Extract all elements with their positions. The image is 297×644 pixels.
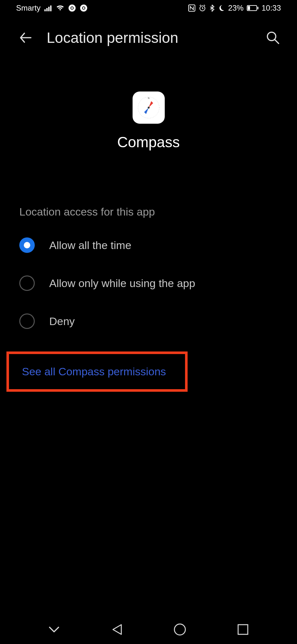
radio-option-allow-using[interactable]: Allow only while using the app xyxy=(19,275,278,291)
radio-label: Allow all the time xyxy=(49,239,131,252)
app-name: Compass xyxy=(117,133,180,151)
chrome-icon-2 xyxy=(80,4,88,12)
nav-collapse-button[interactable] xyxy=(46,621,62,638)
battery-percentage: 23% xyxy=(228,4,244,13)
wifi-icon xyxy=(56,5,64,11)
arrow-left-icon xyxy=(19,31,33,45)
radio-option-deny[interactable]: Deny xyxy=(19,313,278,329)
app-icon: N xyxy=(133,91,165,124)
app-info-section: N Compass xyxy=(0,91,297,151)
svg-rect-0 xyxy=(44,9,46,11)
radio-option-allow-all[interactable]: Allow all the time xyxy=(19,237,278,253)
signal-icon xyxy=(44,5,52,11)
nav-home-button[interactable] xyxy=(172,621,188,638)
svg-rect-3 xyxy=(50,5,51,11)
svg-text:N: N xyxy=(148,97,149,99)
radio-circle xyxy=(19,237,35,253)
status-right: 23% 10:33 xyxy=(188,4,281,13)
carrier-label: Smarty xyxy=(16,4,41,13)
status-left: Smarty xyxy=(16,4,88,13)
svg-point-21 xyxy=(174,624,185,635)
radio-label: Deny xyxy=(49,315,75,328)
status-bar: Smarty 23% 10:33 xyxy=(0,0,297,16)
link-row: See all Compass permissions xyxy=(19,351,278,392)
annotation-highlight: See all Compass permissions xyxy=(6,351,188,392)
nav-bar xyxy=(0,615,297,644)
svg-point-20 xyxy=(148,107,150,109)
header: Location permission xyxy=(0,16,297,59)
see-all-permissions-link[interactable]: See all Compass permissions xyxy=(22,365,166,378)
svg-point-9 xyxy=(83,7,85,9)
bluetooth-icon xyxy=(209,4,215,12)
chrome-icon-1 xyxy=(68,4,76,12)
page-title: Location permission xyxy=(47,29,252,46)
square-recent-icon xyxy=(237,624,248,635)
search-button[interactable] xyxy=(265,30,281,46)
radio-circle xyxy=(19,313,35,329)
circle-home-icon xyxy=(173,623,186,636)
battery-icon xyxy=(247,5,258,11)
svg-point-6 xyxy=(71,7,73,9)
moon-icon xyxy=(218,5,225,12)
nav-recent-button[interactable] xyxy=(235,621,251,638)
section-label: Location access for this app xyxy=(19,206,278,218)
svg-marker-18 xyxy=(149,101,153,108)
search-icon xyxy=(266,31,280,45)
svg-rect-14 xyxy=(257,7,258,9)
svg-rect-1 xyxy=(46,8,48,11)
triangle-back-icon xyxy=(112,623,123,636)
back-button[interactable] xyxy=(18,30,34,46)
radio-circle xyxy=(19,275,35,291)
svg-rect-2 xyxy=(48,7,50,11)
radio-label: Allow only while using the app xyxy=(49,277,195,290)
chevron-down-icon xyxy=(48,626,60,633)
alarm-icon xyxy=(199,4,206,12)
permission-section: Location access for this app Allow all t… xyxy=(0,206,297,392)
svg-rect-13 xyxy=(248,6,250,10)
compass-icon: N xyxy=(136,95,162,120)
time-label: 10:33 xyxy=(262,4,281,13)
nav-back-button[interactable] xyxy=(109,621,125,638)
nfc-icon xyxy=(188,5,195,12)
svg-rect-22 xyxy=(238,625,248,634)
svg-marker-19 xyxy=(144,108,149,114)
